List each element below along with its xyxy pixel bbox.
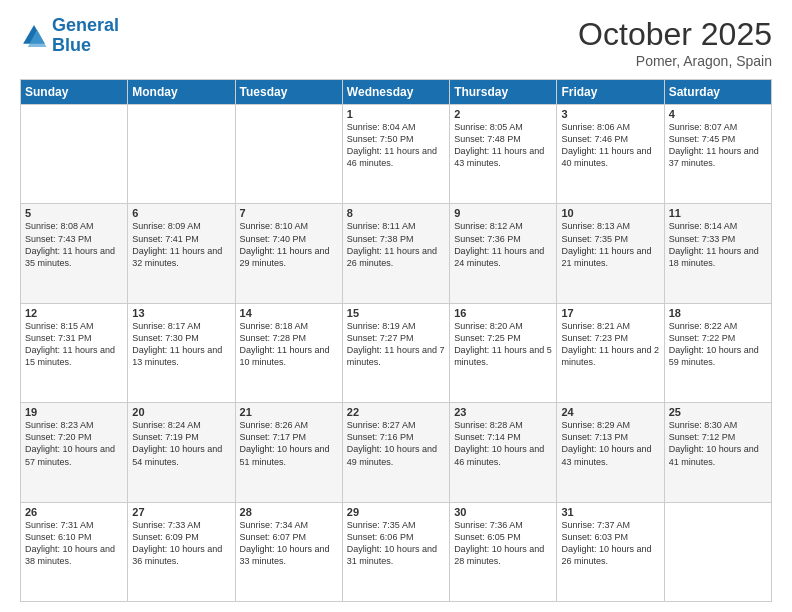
day-cell: 13Sunrise: 8:17 AM Sunset: 7:30 PM Dayli… (128, 303, 235, 402)
day-header-monday: Monday (128, 80, 235, 105)
logo-general: General (52, 15, 119, 35)
day-header-friday: Friday (557, 80, 664, 105)
day-info: Sunrise: 8:11 AM Sunset: 7:38 PM Dayligh… (347, 220, 445, 269)
week-row-5: 26Sunrise: 7:31 AM Sunset: 6:10 PM Dayli… (21, 502, 772, 601)
week-row-2: 5Sunrise: 8:08 AM Sunset: 7:43 PM Daylig… (21, 204, 772, 303)
day-info: Sunrise: 8:27 AM Sunset: 7:16 PM Dayligh… (347, 419, 445, 468)
day-info: Sunrise: 8:21 AM Sunset: 7:23 PM Dayligh… (561, 320, 659, 369)
day-info: Sunrise: 7:35 AM Sunset: 6:06 PM Dayligh… (347, 519, 445, 568)
day-cell: 16Sunrise: 8:20 AM Sunset: 7:25 PM Dayli… (450, 303, 557, 402)
day-number: 5 (25, 207, 123, 219)
day-number: 13 (132, 307, 230, 319)
calendar-table: SundayMondayTuesdayWednesdayThursdayFrid… (20, 79, 772, 602)
day-number: 20 (132, 406, 230, 418)
location: Pomer, Aragon, Spain (578, 53, 772, 69)
day-cell: 21Sunrise: 8:26 AM Sunset: 7:17 PM Dayli… (235, 403, 342, 502)
day-number: 9 (454, 207, 552, 219)
day-cell (128, 105, 235, 204)
day-info: Sunrise: 8:10 AM Sunset: 7:40 PM Dayligh… (240, 220, 338, 269)
day-header-tuesday: Tuesday (235, 80, 342, 105)
day-info: Sunrise: 8:29 AM Sunset: 7:13 PM Dayligh… (561, 419, 659, 468)
day-cell: 7Sunrise: 8:10 AM Sunset: 7:40 PM Daylig… (235, 204, 342, 303)
day-cell (235, 105, 342, 204)
day-cell: 11Sunrise: 8:14 AM Sunset: 7:33 PM Dayli… (664, 204, 771, 303)
day-number: 7 (240, 207, 338, 219)
day-cell: 2Sunrise: 8:05 AM Sunset: 7:48 PM Daylig… (450, 105, 557, 204)
day-number: 18 (669, 307, 767, 319)
day-info: Sunrise: 8:08 AM Sunset: 7:43 PM Dayligh… (25, 220, 123, 269)
day-number: 28 (240, 506, 338, 518)
day-number: 11 (669, 207, 767, 219)
day-info: Sunrise: 8:22 AM Sunset: 7:22 PM Dayligh… (669, 320, 767, 369)
day-number: 21 (240, 406, 338, 418)
day-info: Sunrise: 8:17 AM Sunset: 7:30 PM Dayligh… (132, 320, 230, 369)
day-cell: 18Sunrise: 8:22 AM Sunset: 7:22 PM Dayli… (664, 303, 771, 402)
day-cell: 6Sunrise: 8:09 AM Sunset: 7:41 PM Daylig… (128, 204, 235, 303)
logo: General Blue (20, 16, 119, 56)
week-row-1: 1Sunrise: 8:04 AM Sunset: 7:50 PM Daylig… (21, 105, 772, 204)
day-number: 19 (25, 406, 123, 418)
logo-text: General Blue (52, 16, 119, 56)
day-cell: 24Sunrise: 8:29 AM Sunset: 7:13 PM Dayli… (557, 403, 664, 502)
day-number: 31 (561, 506, 659, 518)
day-number: 3 (561, 108, 659, 120)
day-number: 6 (132, 207, 230, 219)
day-info: Sunrise: 7:33 AM Sunset: 6:09 PM Dayligh… (132, 519, 230, 568)
day-number: 26 (25, 506, 123, 518)
day-cell: 4Sunrise: 8:07 AM Sunset: 7:45 PM Daylig… (664, 105, 771, 204)
day-info: Sunrise: 8:20 AM Sunset: 7:25 PM Dayligh… (454, 320, 552, 369)
header: General Blue October 2025 Pomer, Aragon,… (20, 16, 772, 69)
header-row: SundayMondayTuesdayWednesdayThursdayFrid… (21, 80, 772, 105)
day-number: 8 (347, 207, 445, 219)
day-info: Sunrise: 8:19 AM Sunset: 7:27 PM Dayligh… (347, 320, 445, 369)
day-number: 14 (240, 307, 338, 319)
day-number: 1 (347, 108, 445, 120)
day-cell: 3Sunrise: 8:06 AM Sunset: 7:46 PM Daylig… (557, 105, 664, 204)
title-block: October 2025 Pomer, Aragon, Spain (578, 16, 772, 69)
calendar-page: General Blue October 2025 Pomer, Aragon,… (0, 0, 792, 612)
week-row-4: 19Sunrise: 8:23 AM Sunset: 7:20 PM Dayli… (21, 403, 772, 502)
day-cell: 22Sunrise: 8:27 AM Sunset: 7:16 PM Dayli… (342, 403, 449, 502)
day-number: 12 (25, 307, 123, 319)
day-cell: 25Sunrise: 8:30 AM Sunset: 7:12 PM Dayli… (664, 403, 771, 502)
day-number: 30 (454, 506, 552, 518)
logo-blue: Blue (52, 35, 91, 55)
day-cell: 20Sunrise: 8:24 AM Sunset: 7:19 PM Dayli… (128, 403, 235, 502)
day-info: Sunrise: 7:31 AM Sunset: 6:10 PM Dayligh… (25, 519, 123, 568)
day-info: Sunrise: 8:12 AM Sunset: 7:36 PM Dayligh… (454, 220, 552, 269)
day-info: Sunrise: 8:07 AM Sunset: 7:45 PM Dayligh… (669, 121, 767, 170)
day-cell: 27Sunrise: 7:33 AM Sunset: 6:09 PM Dayli… (128, 502, 235, 601)
day-info: Sunrise: 8:18 AM Sunset: 7:28 PM Dayligh… (240, 320, 338, 369)
day-cell: 10Sunrise: 8:13 AM Sunset: 7:35 PM Dayli… (557, 204, 664, 303)
day-cell: 1Sunrise: 8:04 AM Sunset: 7:50 PM Daylig… (342, 105, 449, 204)
day-cell: 15Sunrise: 8:19 AM Sunset: 7:27 PM Dayli… (342, 303, 449, 402)
day-info: Sunrise: 8:23 AM Sunset: 7:20 PM Dayligh… (25, 419, 123, 468)
day-number: 10 (561, 207, 659, 219)
day-number: 17 (561, 307, 659, 319)
day-cell: 5Sunrise: 8:08 AM Sunset: 7:43 PM Daylig… (21, 204, 128, 303)
logo-icon (20, 22, 48, 50)
day-info: Sunrise: 8:09 AM Sunset: 7:41 PM Dayligh… (132, 220, 230, 269)
day-info: Sunrise: 8:14 AM Sunset: 7:33 PM Dayligh… (669, 220, 767, 269)
day-number: 27 (132, 506, 230, 518)
day-cell: 9Sunrise: 8:12 AM Sunset: 7:36 PM Daylig… (450, 204, 557, 303)
day-cell: 26Sunrise: 7:31 AM Sunset: 6:10 PM Dayli… (21, 502, 128, 601)
day-number: 25 (669, 406, 767, 418)
day-cell: 12Sunrise: 8:15 AM Sunset: 7:31 PM Dayli… (21, 303, 128, 402)
day-info: Sunrise: 8:28 AM Sunset: 7:14 PM Dayligh… (454, 419, 552, 468)
day-cell (21, 105, 128, 204)
day-header-wednesday: Wednesday (342, 80, 449, 105)
day-number: 24 (561, 406, 659, 418)
day-cell: 19Sunrise: 8:23 AM Sunset: 7:20 PM Dayli… (21, 403, 128, 502)
day-info: Sunrise: 8:04 AM Sunset: 7:50 PM Dayligh… (347, 121, 445, 170)
day-info: Sunrise: 8:30 AM Sunset: 7:12 PM Dayligh… (669, 419, 767, 468)
day-info: Sunrise: 8:05 AM Sunset: 7:48 PM Dayligh… (454, 121, 552, 170)
day-info: Sunrise: 7:34 AM Sunset: 6:07 PM Dayligh… (240, 519, 338, 568)
day-header-sunday: Sunday (21, 80, 128, 105)
day-number: 23 (454, 406, 552, 418)
day-number: 29 (347, 506, 445, 518)
day-cell: 23Sunrise: 8:28 AM Sunset: 7:14 PM Dayli… (450, 403, 557, 502)
day-info: Sunrise: 7:37 AM Sunset: 6:03 PM Dayligh… (561, 519, 659, 568)
day-cell: 14Sunrise: 8:18 AM Sunset: 7:28 PM Dayli… (235, 303, 342, 402)
day-cell: 8Sunrise: 8:11 AM Sunset: 7:38 PM Daylig… (342, 204, 449, 303)
